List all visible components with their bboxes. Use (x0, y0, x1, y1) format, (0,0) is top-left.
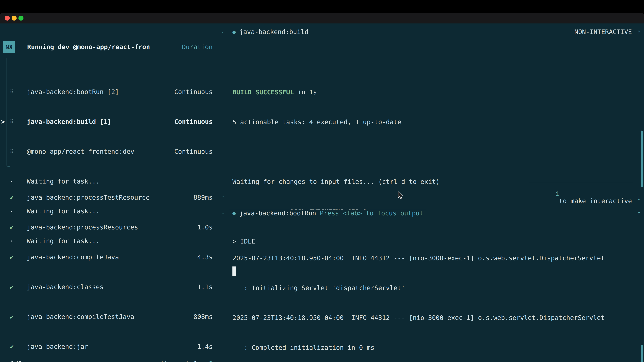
log-line: : Initializing Servlet 'dispatcherServle… (232, 280, 604, 296)
task-label: java-backend:compileJava (27, 253, 119, 261)
task-label: java-backend:bootRun [2] (27, 88, 119, 95)
task-label: @mono-app/react-frontend:dev (27, 148, 134, 155)
bootrun-panel-title: ● java-backend:bootRun Press <tab> to fo… (230, 210, 426, 217)
scrollbar-thumb[interactable] (641, 345, 643, 362)
task-row[interactable]: ✔ java-backend:compileTestJava 808ms (0, 309, 218, 324)
spinner-icon: ⠿ (8, 89, 16, 95)
completed-task-list: ✔ java-backend:processTestResource 889ms… (0, 175, 218, 362)
scrollbar-thumb[interactable] (641, 131, 643, 187)
interactive-hint-text: to make interactive (555, 197, 632, 205)
task-label: java-backend:processResources (27, 224, 138, 231)
log-line: 2025-07-23T13:40:18.950-04:00 INFO 44312… (232, 310, 604, 325)
task-row[interactable]: ⠿ @mono-app/react-frontend:dev Continuou… (0, 144, 218, 159)
task-duration: Continuous (174, 118, 213, 125)
check-icon: ✔ (8, 253, 16, 261)
zoom-window-button[interactable] (18, 15, 24, 21)
task-row[interactable]: ⠿ java-backend:bootRun [2] Continuous (0, 84, 218, 99)
task-duration: 1.0s (197, 224, 213, 231)
task-duration: 808ms (194, 313, 213, 321)
build-status-text: BUILD SUCCESSFUL (232, 88, 294, 96)
quit-key: q (175, 360, 179, 362)
tasks-summary-line: 5 actionable tasks: 4 executed, 1 up-to-… (232, 114, 440, 130)
window-titlebar (0, 13, 644, 23)
check-icon: ✔ (8, 343, 16, 350)
task-row[interactable]: ✔ java-backend:jar 1.4s (0, 339, 218, 354)
mouse-cursor (382, 184, 404, 209)
task-label: java-backend:processTestResource (27, 194, 150, 201)
task-list-footer: ← 1/2 → quit: q help: ? (0, 356, 218, 362)
bootrun-output-panel[interactable]: ● java-backend:bootRun Press <tab> to fo… (222, 213, 633, 362)
next-page-icon[interactable]: → (26, 360, 29, 362)
task-row-selected[interactable]: > ⠿ java-backend:build [1] Continuous (0, 114, 218, 129)
panel-title-text: java-backend:build (239, 28, 308, 35)
build-panel-title: ● java-backend:build (230, 28, 312, 35)
check-icon: ✔ (8, 194, 16, 201)
task-row[interactable]: ✔ java-backend:processResources 1.0s (0, 220, 218, 235)
waiting-line: Waiting for changes to input files... (c… (232, 174, 440, 189)
build-result-line: BUILD SUCCESSFUL in 1s (232, 85, 440, 100)
minimize-window-button[interactable] (12, 15, 16, 21)
task-label: java-backend:compileTestJava (27, 313, 134, 321)
pagination: ← 1/2 → (3, 360, 29, 362)
log-line: 2025-07-23T13:40:18.950-04:00 INFO 44312… (232, 251, 604, 266)
task-duration: 889ms (194, 194, 213, 201)
help-hint-label: help: (186, 360, 206, 362)
task-label: java-backend:jar (27, 343, 88, 350)
scroll-up-icon[interactable]: ↑ (634, 28, 644, 35)
panel-title-text: java-backend:bootRun (239, 210, 316, 217)
scroll-up-icon[interactable]: ↑ (634, 209, 644, 217)
noninteractive-badge: NON-INTERACTIVE (571, 28, 633, 35)
task-row[interactable]: ✔ java-backend:processTestResource 889ms (0, 190, 218, 205)
nx-logo: NX (3, 41, 15, 53)
focus-output-hint: Press <tab> to focus output (320, 210, 424, 217)
quit-hint-label: quit: (152, 360, 172, 362)
bootrun-terminal-output: 2025-07-23T13:40:18.950-04:00 INFO 44312… (232, 236, 604, 362)
task-row[interactable]: ✔ java-backend:classes 1.1s (0, 279, 218, 295)
check-icon: ✔ (8, 283, 16, 291)
help-key: ? (209, 360, 213, 362)
task-list-title: Running dev @mono-app/react-fron (27, 43, 150, 51)
build-time-text: in 1s (294, 88, 317, 96)
check-icon: ✔ (8, 313, 16, 321)
prev-page-icon[interactable]: ← (3, 360, 7, 362)
blank-line (232, 144, 440, 159)
task-row[interactable]: ✔ java-backend:compileJava 4.3s (0, 250, 218, 265)
task-duration: Continuous (174, 148, 213, 155)
task-duration: 1.4s (197, 343, 213, 350)
task-bullet-icon: ● (232, 29, 236, 35)
build-output-panel[interactable]: ● java-backend:build NON-INTERACTIVE BUI… (222, 32, 633, 197)
spinner-icon: ⠿ (8, 118, 16, 125)
scroll-down-icon[interactable]: ↓ (634, 194, 644, 201)
keyboard-hints: quit: q help: ? (152, 360, 213, 362)
page-indicator: 1/2 (10, 360, 22, 362)
interactive-hint-key: i (555, 190, 559, 197)
task-duration: Continuous (174, 88, 213, 95)
interactive-hint: i to make interactive (529, 183, 633, 212)
task-bullet-icon: ● (232, 210, 236, 216)
terminal-window: NX Running dev @mono-app/react-fron Dura… (0, 13, 644, 362)
duration-column-header: Duration (182, 43, 213, 51)
log-line: : Completed initialization in 0 ms (232, 340, 604, 355)
close-window-button[interactable] (5, 15, 10, 21)
selected-marker: > (1, 118, 5, 125)
task-duration: 4.3s (197, 253, 213, 261)
check-icon: ✔ (8, 224, 16, 231)
task-label: java-backend:classes (27, 283, 104, 291)
spinner-icon: ⠿ (8, 148, 16, 155)
task-label: java-backend:build [1] (27, 118, 111, 125)
task-list-header: NX Running dev @mono-app/react-fron Dura… (0, 41, 218, 53)
task-duration: 1.1s (197, 283, 213, 291)
